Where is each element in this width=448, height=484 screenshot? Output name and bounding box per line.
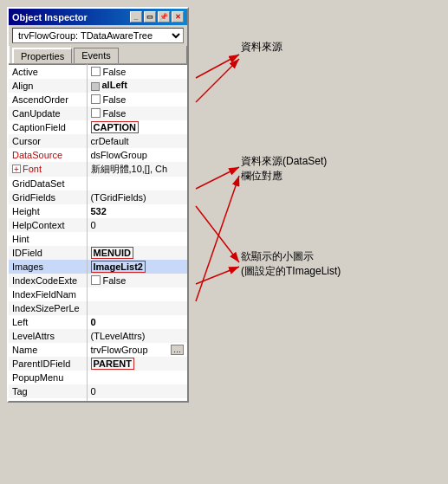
prop-value <box>87 287 187 301</box>
prop-value: (TGridFields) <box>87 190 187 204</box>
bordered-value: ImageList2 <box>91 261 146 273</box>
prop-value: PARENT <box>87 357 187 371</box>
svg-line-3 <box>196 167 239 189</box>
table-row[interactable]: AlignalLeft <box>9 79 187 93</box>
table-row[interactable]: DataSourcedsFlowGroup <box>9 148 187 162</box>
table-row[interactable]: Top42 <box>9 398 187 402</box>
prop-value: (TLevelAttrs) <box>87 329 187 343</box>
prop-name: CanUpdate <box>9 106 87 120</box>
expand-icon[interactable]: + <box>12 165 21 173</box>
title-bar: Object Inspector _ ▭ 📌 ✕ <box>9 9 187 25</box>
table-row[interactable]: HelpContext0 <box>9 218 187 232</box>
prop-name: Name <box>9 343 87 357</box>
prop-name: Top <box>9 398 87 402</box>
minimize-button[interactable]: _ <box>130 11 142 23</box>
ellipsis-button[interactable]: … <box>171 345 184 355</box>
prop-name: Tag <box>9 384 87 398</box>
prop-value <box>87 232 187 246</box>
table-row[interactable]: GridDataSet <box>9 177 187 190</box>
table-row[interactable]: +Font新細明體,10,[], Ch <box>9 162 187 177</box>
table-row[interactable]: PopupMenu <box>9 371 187 384</box>
annotations-area: 資料來源 資料來源(DataSet) 欄位對應 欲顯示的小圖示 (圖設定的TIm… <box>196 7 430 423</box>
table-row[interactable]: IndexCodeExteFalse <box>9 274 187 287</box>
table-row[interactable]: Hint <box>9 232 187 246</box>
component-selector[interactable]: trvFlowGroup: TDataAwareTree <box>12 28 184 43</box>
svg-line-6 <box>196 176 239 301</box>
annotation-dataset: 資料來源(DataSet) 欄位對應 <box>241 154 327 184</box>
table-row[interactable]: AscendOrderFalse <box>9 93 187 106</box>
title-bar-buttons: _ ▭ 📌 ✕ <box>130 11 184 23</box>
prop-name: LevelAttrs <box>9 329 87 343</box>
table-row[interactable]: IndexFieldNam <box>9 287 187 301</box>
table-row[interactable]: Height532 <box>9 204 187 218</box>
prop-value: False <box>87 106 187 120</box>
prop-name: ParentIDField <box>9 357 87 371</box>
prop-name: DataSource <box>9 148 87 162</box>
annotation-imagelist: 欲顯示的小圖示 (圖設定的TImageList) <box>241 249 341 279</box>
prop-name: Hint <box>9 232 87 246</box>
prop-value: CAPTION <box>87 120 187 134</box>
align-icon <box>91 82 100 91</box>
table-row[interactable]: IDFieldMENUID <box>9 246 187 260</box>
table-row[interactable]: IndexSizePerLe <box>9 301 187 315</box>
restore-button[interactable]: ▭ <box>144 11 156 23</box>
checkbox-icon[interactable] <box>91 108 101 118</box>
prop-name: PopupMenu <box>9 371 87 384</box>
prop-name: Images <box>9 260 87 274</box>
table-row[interactable]: LevelAttrs(TLevelAttrs) <box>9 329 187 343</box>
prop-value <box>87 177 187 190</box>
checkbox-icon[interactable] <box>91 94 101 104</box>
svg-line-1 <box>196 55 239 78</box>
prop-value: trvFlowGroup… <box>87 343 187 357</box>
table-row[interactable]: CanUpdateFalse <box>9 106 187 120</box>
prop-value: 0 <box>87 384 187 398</box>
properties-table: ActiveFalseAlignalLeftAscendOrderFalseCa… <box>9 64 187 401</box>
table-row[interactable]: ParentIDFieldPARENT <box>9 357 187 371</box>
bordered-value: CAPTION <box>91 121 140 133</box>
prop-value <box>87 301 187 315</box>
close-button[interactable]: ✕ <box>172 11 184 23</box>
table-row[interactable]: CaptionFieldCAPTION <box>9 120 187 134</box>
table-row[interactable]: Left0 <box>9 315 187 329</box>
prop-value: dsFlowGroup <box>87 148 187 162</box>
table-row[interactable]: GridFields(TGridFields) <box>9 190 187 204</box>
prop-value: 42 <box>87 398 187 402</box>
table-row[interactable]: Tag0 <box>9 384 187 398</box>
checkbox-icon[interactable] <box>91 275 101 285</box>
prop-name: IndexFieldNam <box>9 287 87 301</box>
prop-value: 0 <box>87 218 187 232</box>
prop-value: alLeft <box>87 79 187 93</box>
table-row[interactable]: CursorcrDefault <box>9 134 187 148</box>
checkbox-icon[interactable] <box>91 67 101 76</box>
prop-value: 532 <box>87 204 187 218</box>
prop-name: GridDataSet <box>9 177 87 190</box>
bordered-value: MENUID <box>91 247 133 259</box>
prop-name: Height <box>9 204 87 218</box>
tab-events[interactable]: Events <box>74 48 119 63</box>
prop-name: GridFields <box>9 190 87 204</box>
prop-value: crDefault <box>87 134 187 148</box>
prop-name: Left <box>9 315 87 329</box>
prop-name: Active <box>9 65 87 79</box>
prop-name: HelpContext <box>9 218 87 232</box>
svg-line-5 <box>196 267 239 284</box>
table-row[interactable]: ImagesImageList2 <box>9 260 187 274</box>
prop-name: IDField <box>9 246 87 260</box>
table-row[interactable]: NametrvFlowGroup… <box>9 343 187 357</box>
table-row[interactable]: ActiveFalse <box>9 65 187 79</box>
pin-button[interactable]: 📌 <box>158 11 170 23</box>
object-inspector-panel: Object Inspector _ ▭ 📌 ✕ trvFlowGroup: T… <box>7 7 189 403</box>
prop-name: AscendOrder <box>9 93 87 106</box>
prop-name: IndexSizePerLe <box>9 301 87 315</box>
prop-value: ImageList2 <box>87 260 187 274</box>
prop-value: 0 <box>87 315 187 329</box>
svg-line-2 <box>196 59 239 102</box>
tab-properties[interactable]: Properties <box>12 48 72 63</box>
prop-name: Cursor <box>9 134 87 148</box>
prop-name: +Font <box>9 162 87 177</box>
prop-name: IndexCodeExte <box>9 274 87 287</box>
svg-line-4 <box>196 206 239 262</box>
prop-value: False <box>87 274 187 287</box>
tabs-row: Properties Events <box>9 46 187 63</box>
bordered-value: PARENT <box>91 358 134 370</box>
